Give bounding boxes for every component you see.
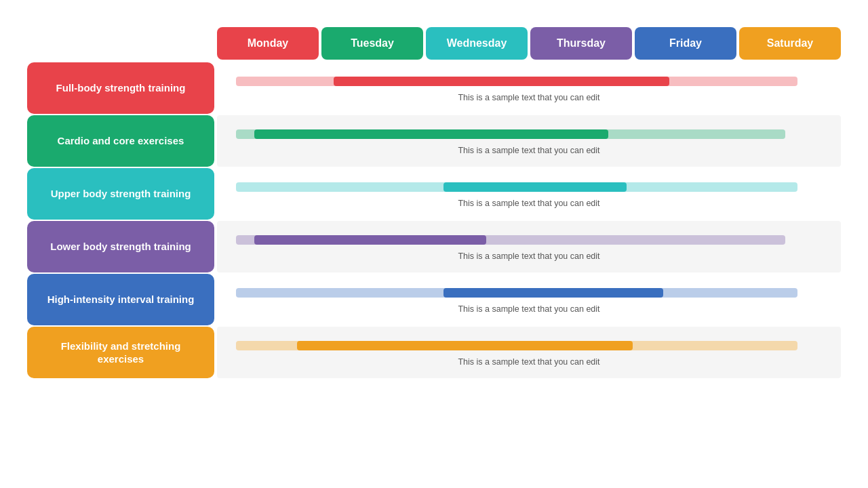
table-row: Lower body strength trainingThis is a sa… [27,221,841,272]
row-label: Full-body strength training [27,62,214,114]
sample-text: This is a sample text that you can edit [224,93,834,102]
row-chart: This is a sample text that you can edit [217,168,841,220]
bar-foreground [334,77,669,86]
bar-container [224,74,834,89]
bar-foreground [443,182,627,192]
row-chart: This is a sample text that you can edit [217,221,841,272]
bar-container [224,180,834,195]
bar-container [224,232,834,247]
day-header-saturday: Saturday [739,27,841,60]
day-header-thursday: Thursday [530,27,632,60]
row-chart: This is a sample text that you can edit [217,115,841,167]
bar-container [224,338,834,353]
table-row: Upper body strength trainingThis is a sa… [27,168,841,220]
data-rows: Full-body strength trainingThis is a sam… [27,62,841,378]
bar-container [224,285,834,300]
row-chart: This is a sample text that you can edit [217,274,841,325]
table-row: Flexibility and stretching exercisesThis… [27,327,841,378]
table-row: Full-body strength trainingThis is a sam… [27,62,841,114]
page: MondayTuesdayWednesdayThursdayFridaySatu… [0,0,868,488]
sample-text: This is a sample text that you can edit [224,304,834,314]
row-chart: This is a sample text that you can edit [217,62,841,114]
sample-text: This is a sample text that you can edit [224,251,834,261]
sample-text: This is a sample text that you can edit [224,199,834,208]
row-label: Cardio and core exercises [27,115,214,167]
row-chart: This is a sample text that you can edit [217,327,841,378]
row-label: Flexibility and stretching exercises [27,327,214,378]
day-header-wednesday: Wednesday [426,27,528,60]
schedule-container: MondayTuesdayWednesdayThursdayFridaySatu… [27,27,841,378]
header-row: MondayTuesdayWednesdayThursdayFridaySatu… [217,27,841,60]
bar-foreground [254,129,608,139]
row-label: High-intensity interval training [27,274,214,325]
day-header-monday: Monday [217,27,319,60]
bar-foreground [297,341,633,350]
row-label: Upper body strength training [27,168,214,220]
bar-foreground [254,235,486,245]
day-header-friday: Friday [635,27,736,60]
bar-container [224,127,834,142]
table-row: Cardio and core exercisesThis is a sampl… [27,115,841,167]
day-header-tuesday: Tuesday [321,27,423,60]
bar-foreground [443,288,663,298]
table-row: High-intensity interval trainingThis is … [27,274,841,325]
sample-text: This is a sample text that you can edit [224,146,834,155]
row-label: Lower body strength training [27,221,214,272]
sample-text: This is a sample text that you can edit [224,357,834,367]
